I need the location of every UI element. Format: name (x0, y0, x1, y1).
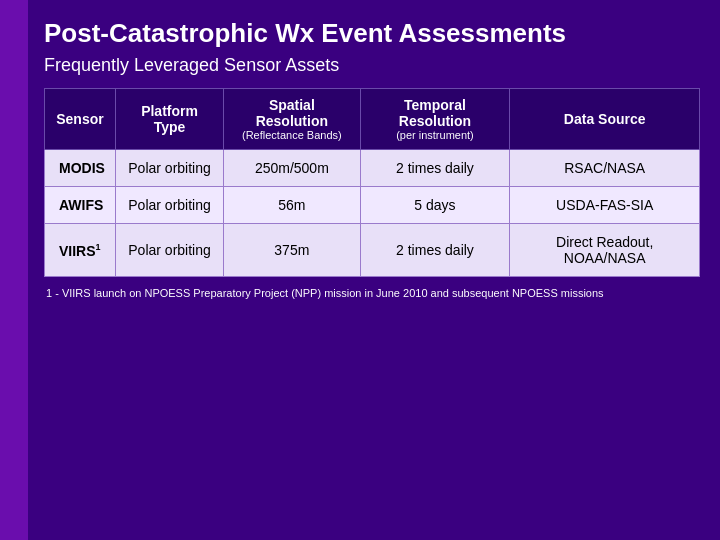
cell-temporal-1: 2 times daily (360, 150, 510, 187)
table-row: VIIRS1 Polar orbiting 375m 2 times daily… (45, 224, 700, 277)
sensor-table: Sensor Platform Type Spatial Resolution … (44, 88, 700, 277)
table-row: MODIS Polar orbiting 250m/500m 2 times d… (45, 150, 700, 187)
cell-sensor-3: VIIRS1 (45, 224, 116, 277)
table-header-row: Sensor Platform Type Spatial Resolution … (45, 89, 700, 150)
table-row: AWIFS Polar orbiting 56m 5 days USDA-FAS… (45, 187, 700, 224)
cell-source-1: RSAC/NASA (510, 150, 700, 187)
cell-platform-1: Polar orbiting (115, 150, 223, 187)
left-bar (0, 0, 28, 540)
cell-source-3: Direct Readout, NOAA/NASA (510, 224, 700, 277)
cell-temporal-3: 2 times daily (360, 224, 510, 277)
cell-temporal-2: 5 days (360, 187, 510, 224)
content: Post-Catastrophic Wx Event Assessments F… (28, 0, 720, 309)
slide-subtitle: Frequently Leveraged Sensor Assets (44, 55, 700, 76)
col-header-source: Data Source (510, 89, 700, 150)
cell-spatial-3: 375m (224, 224, 360, 277)
slide: Post-Catastrophic Wx Event Assessments F… (0, 0, 720, 540)
cell-spatial-1: 250m/500m (224, 150, 360, 187)
col-header-sensor: Sensor (45, 89, 116, 150)
table-wrapper: Sensor Platform Type Spatial Resolution … (44, 88, 700, 277)
slide-title: Post-Catastrophic Wx Event Assessments (44, 18, 700, 49)
col-header-spatial: Spatial Resolution (Reflectance Bands) (224, 89, 360, 150)
cell-platform-3: Polar orbiting (115, 224, 223, 277)
footnote: 1 - VIIRS launch on NPOESS Preparatory P… (44, 287, 700, 299)
col-header-temporal: Temporal Resolution (per instrument) (360, 89, 510, 150)
cell-source-2: USDA-FAS-SIA (510, 187, 700, 224)
col-header-platform: Platform Type (115, 89, 223, 150)
cell-platform-2: Polar orbiting (115, 187, 223, 224)
cell-sensor-2: AWIFS (45, 187, 116, 224)
cell-spatial-2: 56m (224, 187, 360, 224)
cell-sensor-1: MODIS (45, 150, 116, 187)
